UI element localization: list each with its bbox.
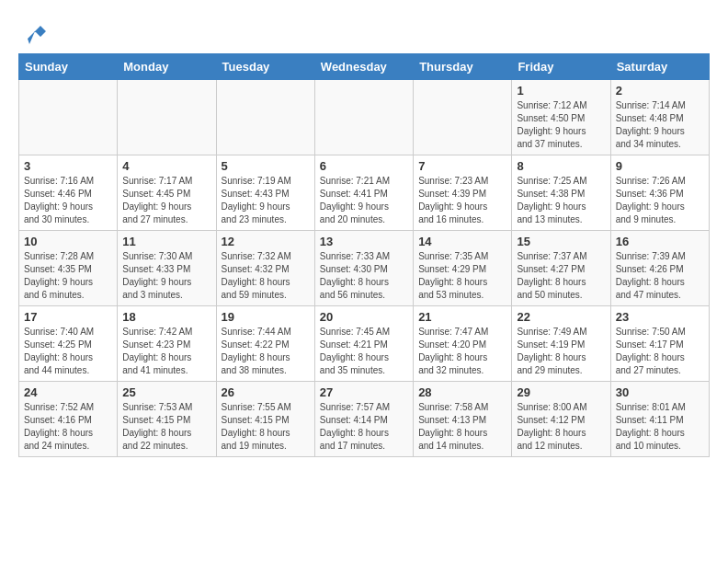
day-info: Sunrise: 7:30 AMSunset: 4:33 PMDaylight:… bbox=[122, 250, 210, 302]
calendar-week-row: 3Sunrise: 7:16 AMSunset: 4:46 PMDaylight… bbox=[19, 155, 710, 231]
day-info: Sunrise: 7:33 AMSunset: 4:30 PMDaylight:… bbox=[320, 250, 408, 302]
weekday-header-sunday: Sunday bbox=[19, 54, 118, 80]
day-info: Sunrise: 7:16 AMSunset: 4:46 PMDaylight:… bbox=[24, 175, 112, 226]
day-number: 3 bbox=[24, 159, 112, 173]
day-info: Sunrise: 7:50 AMSunset: 4:17 PMDaylight:… bbox=[616, 326, 704, 377]
calendar-cell: 5Sunrise: 7:19 AMSunset: 4:43 PMDaylight… bbox=[216, 155, 314, 231]
day-info: Sunrise: 8:01 AMSunset: 4:11 PMDaylight:… bbox=[616, 401, 704, 453]
weekday-header-saturday: Saturday bbox=[610, 54, 709, 80]
calendar-cell: 27Sunrise: 7:57 AMSunset: 4:14 PMDayligh… bbox=[314, 382, 413, 457]
day-info: Sunrise: 7:40 AMSunset: 4:25 PMDaylight:… bbox=[24, 326, 112, 377]
calendar-cell: 1Sunrise: 7:12 AMSunset: 4:50 PMDaylight… bbox=[512, 80, 610, 155]
day-number: 9 bbox=[616, 159, 704, 173]
calendar-header-row: SundayMondayTuesdayWednesdayThursdayFrid… bbox=[19, 54, 710, 80]
calendar-cell: 3Sunrise: 7:16 AMSunset: 4:46 PMDaylight… bbox=[19, 155, 118, 231]
day-number: 26 bbox=[222, 385, 310, 399]
weekday-header-friday: Friday bbox=[512, 54, 610, 80]
calendar-cell: 19Sunrise: 7:44 AMSunset: 4:22 PMDayligh… bbox=[216, 306, 314, 382]
calendar-cell: 17Sunrise: 7:40 AMSunset: 4:25 PMDayligh… bbox=[19, 306, 118, 382]
calendar-cell: 4Sunrise: 7:17 AMSunset: 4:45 PMDaylight… bbox=[118, 155, 216, 231]
calendar-cell bbox=[414, 80, 512, 155]
weekday-header-wednesday: Wednesday bbox=[314, 54, 413, 80]
svg-marker-0 bbox=[28, 26, 46, 44]
calendar-cell bbox=[118, 80, 216, 155]
calendar-cell bbox=[216, 80, 314, 155]
day-info: Sunrise: 7:17 AMSunset: 4:45 PMDaylight:… bbox=[122, 175, 210, 226]
day-info: Sunrise: 7:49 AMSunset: 4:19 PMDaylight:… bbox=[517, 326, 605, 377]
calendar-cell: 30Sunrise: 8:01 AMSunset: 4:11 PMDayligh… bbox=[610, 382, 709, 457]
day-number: 16 bbox=[616, 235, 704, 248]
day-info: Sunrise: 7:35 AMSunset: 4:29 PMDaylight:… bbox=[418, 250, 506, 302]
day-number: 22 bbox=[517, 310, 605, 324]
calendar-cell: 28Sunrise: 7:58 AMSunset: 4:13 PMDayligh… bbox=[414, 382, 512, 457]
day-info: Sunrise: 7:42 AMSunset: 4:23 PMDaylight:… bbox=[122, 326, 210, 377]
day-info: Sunrise: 7:55 AMSunset: 4:15 PMDaylight:… bbox=[222, 401, 310, 453]
day-number: 28 bbox=[418, 385, 506, 399]
day-info: Sunrise: 7:19 AMSunset: 4:43 PMDaylight:… bbox=[222, 175, 310, 226]
day-number: 4 bbox=[122, 159, 210, 173]
day-info: Sunrise: 7:37 AMSunset: 4:27 PMDaylight:… bbox=[517, 250, 605, 302]
day-info: Sunrise: 7:58 AMSunset: 4:13 PMDaylight:… bbox=[418, 401, 506, 453]
calendar-cell: 23Sunrise: 7:50 AMSunset: 4:17 PMDayligh… bbox=[610, 306, 709, 382]
weekday-header-thursday: Thursday bbox=[414, 54, 512, 80]
day-info: Sunrise: 7:14 AMSunset: 4:48 PMDaylight:… bbox=[616, 99, 704, 151]
day-number: 20 bbox=[320, 310, 408, 324]
calendar-week-row: 10Sunrise: 7:28 AMSunset: 4:35 PMDayligh… bbox=[19, 231, 710, 306]
day-number: 13 bbox=[320, 235, 408, 248]
calendar-week-row: 24Sunrise: 7:52 AMSunset: 4:16 PMDayligh… bbox=[19, 382, 710, 457]
day-number: 14 bbox=[418, 235, 506, 248]
calendar-cell: 20Sunrise: 7:45 AMSunset: 4:21 PMDayligh… bbox=[314, 306, 413, 382]
calendar-cell bbox=[314, 80, 413, 155]
day-info: Sunrise: 7:45 AMSunset: 4:21 PMDaylight:… bbox=[320, 326, 408, 377]
calendar-cell: 15Sunrise: 7:37 AMSunset: 4:27 PMDayligh… bbox=[512, 231, 610, 306]
day-info: Sunrise: 7:12 AMSunset: 4:50 PMDaylight:… bbox=[517, 99, 605, 151]
day-info: Sunrise: 7:25 AMSunset: 4:38 PMDaylight:… bbox=[517, 175, 605, 226]
calendar-cell bbox=[19, 80, 118, 155]
calendar-cell: 29Sunrise: 8:00 AMSunset: 4:12 PMDayligh… bbox=[512, 382, 610, 457]
day-number: 25 bbox=[122, 385, 210, 399]
day-info: Sunrise: 7:39 AMSunset: 4:26 PMDaylight:… bbox=[616, 250, 704, 302]
weekday-header-tuesday: Tuesday bbox=[216, 54, 314, 80]
day-info: Sunrise: 7:32 AMSunset: 4:32 PMDaylight:… bbox=[222, 250, 310, 302]
calendar-cell: 14Sunrise: 7:35 AMSunset: 4:29 PMDayligh… bbox=[414, 231, 512, 306]
calendar-cell: 10Sunrise: 7:28 AMSunset: 4:35 PMDayligh… bbox=[19, 231, 118, 306]
day-number: 10 bbox=[24, 235, 112, 248]
calendar-table: SundayMondayTuesdayWednesdayThursdayFrid… bbox=[18, 53, 710, 457]
day-info: Sunrise: 7:44 AMSunset: 4:22 PMDaylight:… bbox=[222, 326, 310, 377]
day-number: 6 bbox=[320, 159, 408, 173]
day-number: 7 bbox=[418, 159, 506, 173]
calendar-cell: 22Sunrise: 7:49 AMSunset: 4:19 PMDayligh… bbox=[512, 306, 610, 382]
calendar-cell: 7Sunrise: 7:23 AMSunset: 4:39 PMDaylight… bbox=[414, 155, 512, 231]
calendar-week-row: 1Sunrise: 7:12 AMSunset: 4:50 PMDaylight… bbox=[19, 80, 710, 155]
day-number: 24 bbox=[24, 385, 112, 399]
day-number: 1 bbox=[517, 84, 605, 98]
day-number: 12 bbox=[222, 235, 310, 248]
calendar-cell: 16Sunrise: 7:39 AMSunset: 4:26 PMDayligh… bbox=[610, 231, 709, 306]
day-number: 27 bbox=[320, 385, 408, 399]
day-number: 8 bbox=[517, 159, 605, 173]
logo-icon bbox=[20, 18, 48, 46]
day-info: Sunrise: 7:23 AMSunset: 4:39 PMDaylight:… bbox=[418, 175, 506, 226]
day-number: 19 bbox=[222, 310, 310, 324]
day-info: Sunrise: 7:28 AMSunset: 4:35 PMDaylight:… bbox=[24, 250, 112, 302]
calendar-cell: 2Sunrise: 7:14 AMSunset: 4:48 PMDaylight… bbox=[610, 80, 709, 155]
day-info: Sunrise: 7:57 AMSunset: 4:14 PMDaylight:… bbox=[320, 401, 408, 453]
day-info: Sunrise: 7:52 AMSunset: 4:16 PMDaylight:… bbox=[24, 401, 112, 453]
day-info: Sunrise: 8:00 AMSunset: 4:12 PMDaylight:… bbox=[517, 401, 605, 453]
day-info: Sunrise: 7:26 AMSunset: 4:36 PMDaylight:… bbox=[616, 175, 704, 226]
calendar-cell: 13Sunrise: 7:33 AMSunset: 4:30 PMDayligh… bbox=[314, 231, 413, 306]
day-number: 5 bbox=[222, 159, 310, 173]
calendar-cell: 8Sunrise: 7:25 AMSunset: 4:38 PMDaylight… bbox=[512, 155, 610, 231]
calendar-cell: 12Sunrise: 7:32 AMSunset: 4:32 PMDayligh… bbox=[216, 231, 314, 306]
day-number: 2 bbox=[616, 84, 704, 98]
day-number: 21 bbox=[418, 310, 506, 324]
calendar-cell: 9Sunrise: 7:26 AMSunset: 4:36 PMDaylight… bbox=[610, 155, 709, 231]
day-number: 18 bbox=[122, 310, 210, 324]
calendar-cell: 24Sunrise: 7:52 AMSunset: 4:16 PMDayligh… bbox=[19, 382, 118, 457]
day-number: 23 bbox=[616, 310, 704, 324]
calendar-cell: 6Sunrise: 7:21 AMSunset: 4:41 PMDaylight… bbox=[314, 155, 413, 231]
day-number: 17 bbox=[24, 310, 112, 324]
calendar-cell: 18Sunrise: 7:42 AMSunset: 4:23 PMDayligh… bbox=[118, 306, 216, 382]
calendar-cell: 21Sunrise: 7:47 AMSunset: 4:20 PMDayligh… bbox=[414, 306, 512, 382]
weekday-header-monday: Monday bbox=[118, 54, 216, 80]
